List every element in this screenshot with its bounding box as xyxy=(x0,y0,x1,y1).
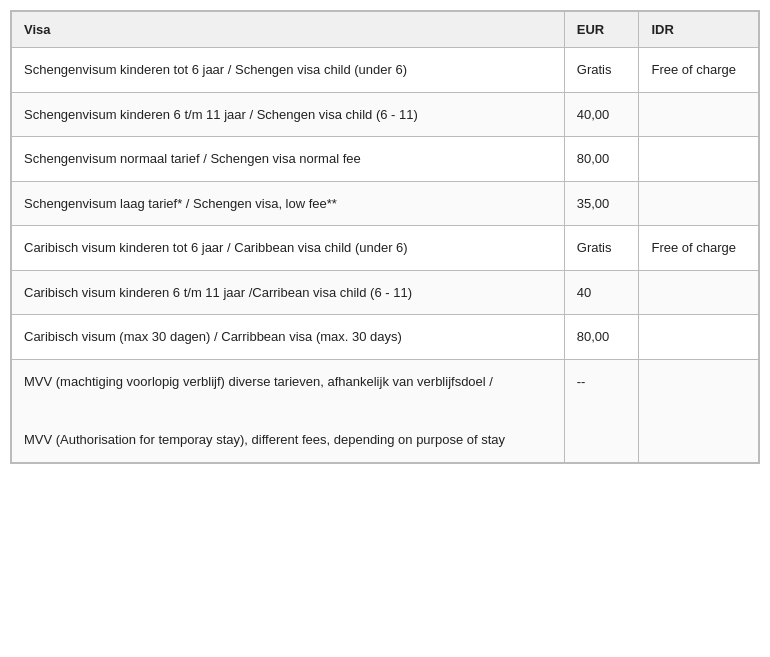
cell-idr: Free of charge xyxy=(639,48,759,93)
cell-visa: Caribisch visum (max 30 dagen) / Carribb… xyxy=(12,315,565,360)
header-eur: EUR xyxy=(564,12,639,48)
cell-visa: Caribisch visum kinderen 6 t/m 11 jaar /… xyxy=(12,270,565,315)
table-row: Schengenvisum kinderen tot 6 jaar / Sche… xyxy=(12,48,759,93)
cell-idr xyxy=(639,315,759,360)
cell-visa: Schengenvisum laag tarief* / Schengen vi… xyxy=(12,181,565,226)
cell-visa: Schengenvisum kinderen 6 t/m 11 jaar / S… xyxy=(12,92,565,137)
table-row: Schengenvisum kinderen 6 t/m 11 jaar / S… xyxy=(12,92,759,137)
visa-fees-table: Visa EUR IDR Schengenvisum kinderen tot … xyxy=(10,10,760,464)
cell-eur: -- xyxy=(564,359,639,462)
table-row: Caribisch visum (max 30 dagen) / Carribb… xyxy=(12,315,759,360)
cell-eur: Gratis xyxy=(564,226,639,271)
header-visa: Visa xyxy=(12,12,565,48)
table-row: Caribisch visum kinderen 6 t/m 11 jaar /… xyxy=(12,270,759,315)
header-idr: IDR xyxy=(639,12,759,48)
cell-visa: Schengenvisum kinderen tot 6 jaar / Sche… xyxy=(12,48,565,93)
cell-eur: 40,00 xyxy=(564,92,639,137)
cell-idr: Free of charge xyxy=(639,226,759,271)
table-row: Schengenvisum normaal tarief / Schengen … xyxy=(12,137,759,182)
cell-visa: MVV (machtiging voorlopig verblijf) dive… xyxy=(12,359,565,462)
cell-eur: 40 xyxy=(564,270,639,315)
cell-idr xyxy=(639,359,759,462)
table-row: MVV (machtiging voorlopig verblijf) dive… xyxy=(12,359,759,462)
cell-eur: Gratis xyxy=(564,48,639,93)
table-header-row: Visa EUR IDR xyxy=(12,12,759,48)
cell-visa: Schengenvisum normaal tarief / Schengen … xyxy=(12,137,565,182)
cell-eur: 80,00 xyxy=(564,315,639,360)
cell-visa: Caribisch visum kinderen tot 6 jaar / Ca… xyxy=(12,226,565,271)
cell-eur: 35,00 xyxy=(564,181,639,226)
cell-idr xyxy=(639,137,759,182)
cell-idr xyxy=(639,270,759,315)
table-row: Schengenvisum laag tarief* / Schengen vi… xyxy=(12,181,759,226)
cell-eur: 80,00 xyxy=(564,137,639,182)
cell-idr xyxy=(639,181,759,226)
cell-idr xyxy=(639,92,759,137)
table-row: Caribisch visum kinderen tot 6 jaar / Ca… xyxy=(12,226,759,271)
